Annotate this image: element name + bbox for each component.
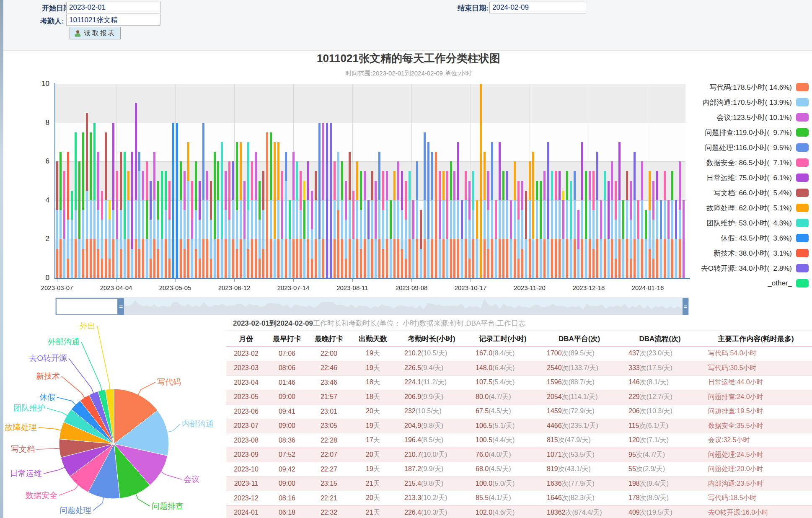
start-date-input[interactable] — [66, 2, 160, 13]
day-bar[interactable] — [255, 152, 257, 278]
day-bar[interactable] — [371, 171, 373, 278]
day-bar[interactable] — [660, 200, 662, 278]
day-bar[interactable] — [356, 161, 358, 278]
day-bar[interactable] — [401, 171, 403, 278]
day-bar[interactable] — [604, 171, 606, 278]
day-bar[interactable] — [570, 181, 572, 278]
day-bar[interactable] — [289, 200, 291, 278]
day-bar[interactable] — [184, 171, 186, 278]
day-bar[interactable] — [656, 171, 658, 278]
day-bar[interactable] — [618, 142, 621, 278]
day-bar[interactable] — [382, 171, 384, 278]
day-bar[interactable] — [217, 161, 219, 278]
day-bar[interactable] — [615, 181, 617, 278]
day-bar[interactable] — [592, 171, 595, 278]
legend-item-内部沟通[interactable]: 内部沟通:170.5小时( 13.9%) — [702, 95, 809, 110]
day-bar[interactable] — [191, 181, 193, 278]
day-bar[interactable] — [596, 152, 598, 278]
pie-chart[interactable]: 写代码内部沟通会议问题排查问题处理数据安全日常运维写文档故障处理团队维护休假新技… — [0, 310, 218, 518]
day-bar[interactable] — [274, 142, 276, 278]
day-bar[interactable] — [517, 181, 520, 278]
day-bar[interactable] — [435, 152, 437, 278]
legend-item-新技术[interactable]: 新技术: 38.0小时( 3.1%) — [714, 246, 809, 261]
day-bar[interactable] — [491, 142, 493, 278]
day-bar[interactable] — [105, 132, 107, 278]
day-bar[interactable] — [487, 171, 489, 278]
day-bar[interactable] — [664, 171, 666, 278]
day-bar[interactable] — [652, 181, 654, 278]
day-bar[interactable] — [409, 171, 411, 278]
day-bar[interactable] — [210, 181, 212, 278]
day-bar[interactable] — [683, 200, 685, 278]
day-bar[interactable] — [318, 123, 321, 278]
day-bar[interactable] — [457, 142, 459, 278]
day-bar[interactable] — [634, 152, 636, 278]
day-bar[interactable] — [472, 171, 474, 278]
day-bar[interactable] — [637, 200, 639, 278]
day-bar[interactable] — [364, 171, 366, 278]
legend-item-_other_[interactable]: _other_ — [768, 276, 809, 291]
day-bar[interactable] — [386, 171, 388, 278]
day-bar[interactable] — [645, 210, 647, 278]
legend-item-团队维护[interactable]: 团队维护: 53.0小时( 4.3%) — [706, 215, 809, 231]
day-bar[interactable] — [165, 171, 167, 278]
day-bar[interactable] — [585, 171, 587, 278]
day-bar[interactable] — [146, 161, 148, 278]
day-bar[interactable] — [199, 181, 201, 278]
day-bar[interactable] — [270, 132, 272, 278]
day-bar[interactable] — [442, 171, 445, 278]
day-bar[interactable] — [427, 142, 429, 278]
day-bar[interactable] — [153, 152, 155, 278]
day-bar[interactable] — [101, 191, 103, 278]
legend-item-写代码[interactable]: 写代码:178.5小时( 14.6%) — [709, 80, 809, 95]
day-bar[interactable] — [514, 161, 516, 278]
day-bar[interactable] — [375, 181, 377, 278]
day-bar[interactable] — [630, 181, 632, 278]
day-bar[interactable] — [525, 191, 527, 278]
day-bar[interactable] — [112, 123, 114, 278]
day-bar[interactable] — [187, 142, 189, 278]
day-bar[interactable] — [93, 123, 96, 278]
legend-item-故障处理[interactable]: 故障处理: 62.0小时( 5.1%) — [706, 200, 809, 215]
day-bar[interactable] — [142, 171, 144, 278]
legend-item-休假[interactable]: 休假: 43.5小时( 3.6%) — [721, 231, 809, 246]
day-bar[interactable] — [506, 171, 508, 278]
day-bar[interactable] — [574, 171, 576, 278]
end-date-input[interactable] — [489, 2, 586, 13]
day-bar[interactable] — [551, 171, 553, 278]
day-bar[interactable] — [510, 200, 512, 278]
day-bar[interactable] — [334, 161, 336, 278]
day-bar[interactable] — [56, 161, 58, 278]
legend-item-问题排查[interactable]: 问题排查:119.0小时( 9.7%) — [705, 125, 809, 140]
day-bar[interactable] — [378, 152, 380, 278]
day-bar[interactable] — [352, 191, 354, 278]
day-bar[interactable] — [405, 181, 407, 278]
day-bar[interactable] — [547, 142, 549, 278]
day-bar[interactable] — [480, 84, 482, 278]
day-bar[interactable] — [326, 123, 328, 278]
legend-item-会议[interactable]: 会议:123.5小时( 10.1%) — [716, 110, 809, 125]
day-bar[interactable] — [172, 123, 174, 278]
day-bar[interactable] — [453, 171, 455, 278]
day-bar[interactable] — [390, 200, 392, 278]
day-bar[interactable] — [195, 161, 197, 278]
day-bar[interactable] — [303, 181, 305, 278]
day-bar[interactable] — [266, 132, 268, 278]
day-bar[interactable] — [259, 181, 261, 278]
day-bar[interactable] — [247, 142, 249, 278]
daily-stacked-bars[interactable] — [55, 84, 685, 278]
day-bar[interactable] — [221, 142, 223, 278]
day-bar[interactable] — [622, 200, 624, 278]
day-bar[interactable] — [532, 152, 534, 278]
day-bar[interactable] — [120, 152, 122, 278]
day-bar[interactable] — [109, 200, 111, 278]
day-bar[interactable] — [75, 132, 77, 278]
day-bar[interactable] — [424, 132, 426, 278]
read-report-button[interactable]: 读取报表 — [70, 27, 121, 39]
day-bar[interactable] — [566, 171, 568, 278]
day-bar[interactable] — [439, 171, 441, 278]
day-bar[interactable] — [649, 171, 651, 278]
legend-item-日常运维[interactable]: 日常运维: 75.0小时( 6.1%) — [706, 170, 809, 185]
day-bar[interactable] — [296, 161, 298, 278]
day-bar[interactable] — [206, 171, 208, 278]
